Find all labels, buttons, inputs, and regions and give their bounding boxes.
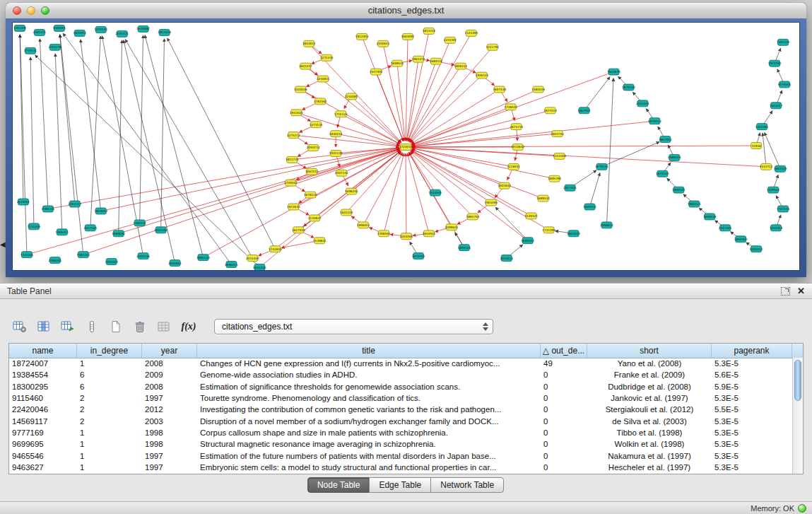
- graph-node[interactable]: 2035721: [115, 30, 129, 37]
- graph-node[interactable]: 2089124: [668, 154, 681, 160]
- graph-edge[interactable]: [351, 96, 401, 142]
- graph-node[interactable]: 1109541: [767, 187, 780, 193]
- graph-node[interactable]: 1601237: [299, 63, 312, 69]
- graph-node[interactable]: 1955490: [484, 199, 498, 206]
- graph-node[interactable]: 1642109: [774, 165, 787, 172]
- graph-edge[interactable]: [161, 39, 165, 230]
- graph-edge[interactable]: [40, 39, 48, 209]
- graph-node[interactable]: 1683601: [53, 25, 66, 31]
- graph-edge[interactable]: [101, 148, 399, 211]
- graph-node[interactable]: 2065411: [33, 29, 47, 35]
- graph-node[interactable]: 1973740: [768, 60, 782, 66]
- tab-edge-table[interactable]: Edge Table: [369, 477, 431, 493]
- graph-node[interactable]: 1853041: [302, 40, 316, 47]
- graph-node[interactable]: 1643217: [770, 103, 783, 109]
- graph-node[interactable]: 1291200: [13, 25, 27, 31]
- graph-node[interactable]: 1601642: [498, 182, 511, 189]
- graph-edge[interactable]: [336, 134, 399, 146]
- column-header-pagerank[interactable]: pagerank: [712, 344, 792, 358]
- graph-edge[interactable]: [412, 121, 654, 146]
- graph-edge[interactable]: [90, 36, 100, 228]
- graph-edge[interactable]: [30, 57, 34, 227]
- graph-edge[interactable]: [590, 173, 600, 206]
- graph-node[interactable]: 2093714: [307, 145, 320, 151]
- table-settings-button[interactable]: [10, 317, 29, 336]
- table-selector-combobox[interactable]: citations_edges.txt: [214, 319, 493, 334]
- graph-node[interactable]: 1781562: [314, 98, 327, 105]
- graph-node[interactable]: 1131256: [28, 223, 41, 230]
- graph-node[interactable]: 1755123: [334, 111, 348, 117]
- graph-node[interactable]: 1899124: [458, 245, 471, 251]
- graph-node[interactable]: 2017931: [563, 185, 577, 191]
- graph-edge[interactable]: [408, 33, 471, 141]
- graph-node[interactable]: 1627354: [292, 227, 305, 233]
- graph-node[interactable]: 1678123: [304, 192, 317, 198]
- table-row[interactable]: 1830029562008Estimation of significance …: [9, 381, 792, 392]
- graph-node[interactable]: 1825193: [154, 227, 167, 233]
- graph-node[interactable]: 1609512: [583, 204, 596, 210]
- graph-node[interactable]: 1679120: [595, 163, 608, 170]
- column-header-out_de[interactable]: △ out_de...: [541, 344, 587, 358]
- graph-node[interactable]: 2015412: [500, 255, 513, 262]
- tab-network-table[interactable]: Network Table: [430, 477, 504, 493]
- graph-node[interactable]: 9245012: [750, 246, 763, 252]
- graph-node[interactable]: 2001543: [136, 253, 150, 259]
- delete-column-button[interactable]: [130, 317, 149, 336]
- graph-node[interactable]: 1125490: [465, 30, 478, 36]
- graph-node[interactable]: 1812459: [158, 29, 171, 35]
- graph-node[interactable]: 1867912: [659, 136, 672, 143]
- graph-node[interactable]: 1972635: [287, 204, 300, 210]
- table-row[interactable]: 2242004622012Investigating the contribut…: [9, 404, 792, 415]
- graph-node[interactable]: 2017534: [83, 225, 97, 231]
- network-canvas-area[interactable]: 1853041127541616012372240811142004617815…: [12, 22, 800, 271]
- graph-node[interactable]: 2096041: [49, 257, 62, 264]
- graph-node[interactable]: 1254391: [444, 37, 457, 43]
- graph-node[interactable]: 3067211: [305, 168, 319, 175]
- table-row[interactable]: 977716911998Corpus callosum shape and si…: [9, 427, 792, 438]
- graph-node[interactable]: 1679145: [656, 170, 669, 177]
- table-row[interactable]: 911546021997Tourette syndrome. Phenomeno…: [9, 392, 792, 404]
- graph-node[interactable]: 1910642: [511, 144, 524, 151]
- graph-node[interactable]: 2626051: [17, 199, 30, 205]
- graph-node[interactable]: 1721045: [777, 206, 790, 212]
- function-builder-button[interactable]: f(x): [178, 317, 199, 336]
- graph-node[interactable]: 2015430: [246, 255, 259, 262]
- graph-node[interactable]: 1877510: [543, 107, 557, 114]
- graph-node[interactable]: 1890531: [672, 187, 686, 193]
- graph-node[interactable]: 1641245: [253, 264, 266, 270]
- graph-edge[interactable]: [411, 89, 538, 144]
- close-window-button[interactable]: [13, 6, 21, 15]
- graph-edge[interactable]: [406, 153, 406, 236]
- graph-node[interactable]: 2096012: [600, 222, 613, 228]
- graph-node[interactable]: 1972450: [412, 253, 425, 259]
- new-column-button[interactable]: [106, 317, 125, 336]
- graph-node[interactable]: 1910427: [105, 259, 118, 265]
- collapse-panel-arrow-icon[interactable]: ◀: [0, 240, 6, 248]
- graph-edge[interactable]: [145, 35, 204, 257]
- graph-node[interactable]: 1154409: [553, 153, 566, 159]
- graph-node[interactable]: 1942420: [290, 110, 303, 116]
- graph-node[interactable]: 2620651: [168, 260, 182, 267]
- zoom-window-button[interactable]: [41, 6, 49, 15]
- graph-node[interactable]: 1604742: [551, 131, 564, 137]
- panel-divider[interactable]: [0, 277, 812, 283]
- graph-node[interactable]: 1275416: [320, 54, 334, 61]
- graph-node[interactable]: 1690518: [703, 214, 717, 220]
- graph-node[interactable]: 1610487: [136, 25, 150, 32]
- graph-node[interactable]: 1867921: [577, 107, 591, 114]
- graph-node[interactable]: 1591420: [777, 39, 790, 45]
- column-header-short[interactable]: short: [587, 344, 712, 358]
- graph-edge[interactable]: [412, 147, 766, 166]
- graph-node[interactable]: 4275212: [287, 132, 300, 139]
- show-columns-button[interactable]: [34, 317, 53, 336]
- graph-edge[interactable]: [410, 151, 473, 216]
- graph-node[interactable]: 1698234: [345, 188, 358, 194]
- close-panel-icon[interactable]: ✕: [797, 287, 805, 296]
- graph-edge[interactable]: [81, 40, 101, 211]
- graph-node[interactable]: 1547402: [370, 69, 383, 75]
- graph-node[interactable]: 2015431: [636, 100, 649, 107]
- graph-node[interactable]: 1689312: [521, 238, 534, 244]
- graph-node[interactable]: 1514545: [429, 189, 442, 196]
- graph-node[interactable]: 2244081: [345, 93, 358, 100]
- graph-node[interactable]: 1654921: [423, 230, 436, 237]
